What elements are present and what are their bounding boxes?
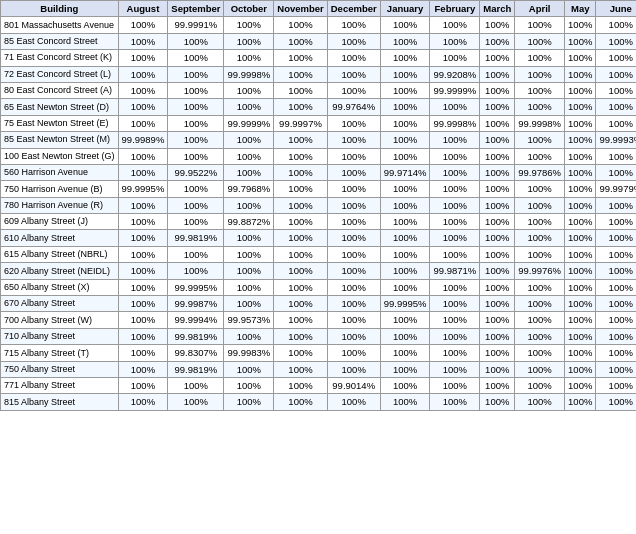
- cell-apr: 100%: [515, 50, 565, 66]
- cell-apr: 100%: [515, 17, 565, 33]
- cell-aug: 100%: [118, 164, 168, 180]
- cell-oct: 100%: [224, 328, 274, 344]
- cell-dec: 100%: [327, 328, 380, 344]
- cell-may: 100%: [565, 296, 596, 312]
- building-name: 85 East Newton Street (M): [1, 132, 119, 148]
- cell-jan: 100%: [380, 377, 430, 393]
- building-name: 750 Albany Street: [1, 361, 119, 377]
- building-name: 100 East Newton Street (G): [1, 148, 119, 164]
- table-row: 85 East Concord Street100%100%100%100%10…: [1, 33, 637, 49]
- cell-may: 100%: [565, 50, 596, 66]
- cell-jan: 100%: [380, 82, 430, 98]
- cell-oct: 100%: [224, 33, 274, 49]
- cell-jan: 100%: [380, 361, 430, 377]
- cell-may: 100%: [565, 214, 596, 230]
- cell-jan: 100%: [380, 17, 430, 33]
- cell-may: 100%: [565, 263, 596, 279]
- cell-feb: 100%: [430, 328, 480, 344]
- table-row: 609 Albany Street (J)100%100%99.8872%100…: [1, 214, 637, 230]
- cell-dec: 100%: [327, 66, 380, 82]
- cell-jan: 100%: [380, 66, 430, 82]
- cell-mar: 100%: [480, 214, 515, 230]
- cell-nov: 100%: [274, 296, 327, 312]
- col-header-oct: October: [224, 1, 274, 17]
- cell-dec: 100%: [327, 148, 380, 164]
- building-name: 85 East Concord Street: [1, 33, 119, 49]
- cell-mar: 100%: [480, 181, 515, 197]
- col-header-may: May: [565, 1, 596, 17]
- cell-oct: 99.7968%: [224, 181, 274, 197]
- cell-sep: 99.9522%: [168, 164, 224, 180]
- cell-jun: 100%: [596, 246, 636, 262]
- cell-feb: 100%: [430, 99, 480, 115]
- building-name: 771 Albany Street: [1, 377, 119, 393]
- cell-feb: 100%: [430, 17, 480, 33]
- cell-aug: 100%: [118, 246, 168, 262]
- table-row: 710 Albany Street100%99.9819%100%100%100…: [1, 328, 637, 344]
- cell-feb: 100%: [430, 148, 480, 164]
- cell-oct: 100%: [224, 82, 274, 98]
- cell-dec: 100%: [327, 345, 380, 361]
- col-header-feb: February: [430, 1, 480, 17]
- cell-apr: 100%: [515, 132, 565, 148]
- cell-sep: 99.9991%: [168, 17, 224, 33]
- cell-may: 100%: [565, 279, 596, 295]
- building-name: 610 Albany Street: [1, 230, 119, 246]
- cell-jun: 100%: [596, 279, 636, 295]
- cell-nov: 100%: [274, 82, 327, 98]
- cell-mar: 100%: [480, 33, 515, 49]
- cell-sep: 100%: [168, 181, 224, 197]
- cell-jan: 100%: [380, 328, 430, 344]
- building-name: 72 East Concord Street (L): [1, 66, 119, 82]
- cell-nov: 100%: [274, 312, 327, 328]
- table-row: 650 Albany Street (X)100%99.9995%100%100…: [1, 279, 637, 295]
- cell-dec: 99.9764%: [327, 99, 380, 115]
- cell-jan: 99.9995%: [380, 296, 430, 312]
- cell-sep: 100%: [168, 66, 224, 82]
- table-row: 771 Albany Street100%100%100%100%99.9014…: [1, 377, 637, 393]
- cell-jun: 100%: [596, 214, 636, 230]
- table-row: 750 Albany Street100%99.9819%100%100%100…: [1, 361, 637, 377]
- cell-sep: 100%: [168, 263, 224, 279]
- cell-aug: 100%: [118, 377, 168, 393]
- cell-nov: 100%: [274, 263, 327, 279]
- cell-dec: 100%: [327, 214, 380, 230]
- cell-nov: 99.9997%: [274, 115, 327, 131]
- cell-oct: 100%: [224, 17, 274, 33]
- cell-aug: 100%: [118, 99, 168, 115]
- cell-feb: 99.9208%: [430, 66, 480, 82]
- cell-sep: 100%: [168, 82, 224, 98]
- cell-may: 100%: [565, 164, 596, 180]
- cell-aug: 100%: [118, 148, 168, 164]
- col-header-sep: September: [168, 1, 224, 17]
- cell-dec: 99.9014%: [327, 377, 380, 393]
- cell-apr: 100%: [515, 279, 565, 295]
- cell-nov: 100%: [274, 99, 327, 115]
- table-row: 815 Albany Street100%100%100%100%100%100…: [1, 394, 637, 410]
- table-row: 560 Harrison Avenue100%99.9522%100%100%1…: [1, 164, 637, 180]
- cell-feb: 100%: [430, 164, 480, 180]
- uptime-table: Building August September October Novemb…: [0, 0, 636, 411]
- cell-jan: 100%: [380, 246, 430, 262]
- cell-jan: 100%: [380, 263, 430, 279]
- cell-mar: 100%: [480, 394, 515, 410]
- cell-mar: 100%: [480, 115, 515, 131]
- cell-apr: 100%: [515, 82, 565, 98]
- cell-feb: 99.9871%: [430, 263, 480, 279]
- cell-nov: 100%: [274, 132, 327, 148]
- cell-dec: 100%: [327, 296, 380, 312]
- table-header: Building August September October Novemb…: [1, 1, 637, 17]
- cell-may: 100%: [565, 361, 596, 377]
- cell-aug: 100%: [118, 296, 168, 312]
- cell-aug: 100%: [118, 328, 168, 344]
- cell-sep: 99.9819%: [168, 361, 224, 377]
- cell-oct: 99.9983%: [224, 345, 274, 361]
- building-name: 560 Harrison Avenue: [1, 164, 119, 180]
- cell-jun: 100%: [596, 197, 636, 213]
- col-header-mar: March: [480, 1, 515, 17]
- table-row: 750 Harrison Avenue (B)99.9995%100%99.79…: [1, 181, 637, 197]
- cell-sep: 100%: [168, 148, 224, 164]
- cell-dec: 100%: [327, 361, 380, 377]
- cell-oct: 100%: [224, 197, 274, 213]
- cell-sep: 100%: [168, 214, 224, 230]
